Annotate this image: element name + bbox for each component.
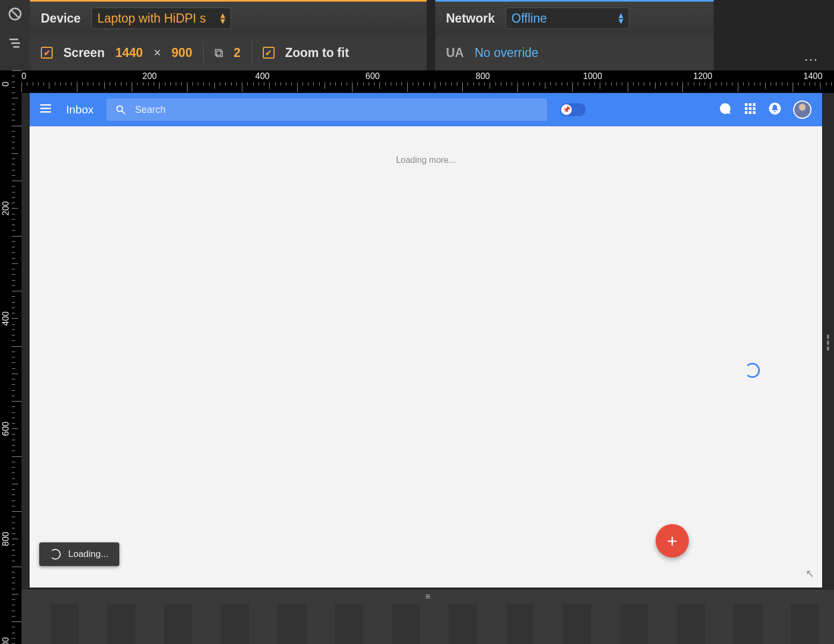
search-bar[interactable]	[106, 98, 547, 121]
spinner-icon	[50, 549, 61, 560]
ruler-num: 1400	[803, 71, 823, 81]
svg-line-9	[122, 111, 125, 114]
search-input[interactable]	[135, 104, 538, 116]
network-label: Network	[446, 11, 495, 26]
ruler-horizontal: 0 200 400 600 800 1000 1200 1400	[21, 70, 834, 93]
ruler-num: 800	[476, 71, 490, 81]
ruler-num: 800	[1, 532, 11, 546]
ruler-num: 1000	[1, 637, 11, 644]
dpr-value[interactable]: 2	[234, 46, 241, 60]
ruler-num: 400	[255, 71, 270, 81]
svg-rect-5	[40, 104, 51, 106]
drawer-area	[21, 604, 834, 644]
filter-icon[interactable]	[8, 35, 23, 53]
ruler-num: 400	[1, 311, 11, 326]
svg-rect-18	[753, 111, 756, 114]
toast-text: Loading...	[68, 549, 109, 560]
pin-icon: 📌	[563, 106, 571, 113]
inbox-header: Inbox 📌	[30, 93, 822, 126]
network-select[interactable]: Offline ▴▾	[506, 8, 629, 29]
plus-icon: +	[667, 531, 678, 552]
separator	[251, 42, 252, 63]
pin-toggle[interactable]: 📌	[560, 103, 586, 116]
loading-toast: Loading...	[39, 542, 119, 566]
viewport-area: Inbox 📌 Loading more... Loading... + ↖	[21, 93, 834, 644]
svg-rect-13	[745, 108, 747, 110]
app-title: Inbox	[66, 103, 94, 116]
network-value: Offline	[512, 11, 547, 26]
screen-x: ×	[154, 46, 161, 60]
separator	[203, 42, 204, 63]
svg-rect-10	[745, 103, 747, 106]
notifications-icon[interactable]	[768, 102, 781, 117]
drawer-handle[interactable]: ≡	[21, 590, 834, 604]
svg-rect-15	[753, 108, 756, 110]
screen-label: Screen	[63, 46, 105, 60]
svg-rect-16	[745, 111, 747, 114]
ua-value[interactable]: No override	[474, 46, 538, 60]
inbox-body: Loading more... Loading... + ↖	[30, 126, 822, 588]
ruler-num: 1000	[583, 71, 602, 81]
resize-handle-icon[interactable]: ↖	[806, 567, 815, 580]
ruler-num: 200	[142, 71, 157, 81]
svg-rect-7	[40, 111, 51, 113]
select-caret-icon: ▴▾	[619, 12, 623, 24]
svg-rect-2	[10, 39, 18, 40]
search-icon	[115, 104, 126, 116]
device-label: Device	[41, 11, 81, 26]
devtools-row-1: Device Laptop with HiDPI s ▴▾ Network Of…	[30, 0, 714, 35]
zoom-checkbox[interactable]: ✔	[263, 47, 275, 59]
ruler-num: 0	[21, 71, 26, 81]
svg-rect-17	[749, 111, 752, 114]
ruler-num: 200	[1, 201, 11, 216]
screen-height[interactable]: 900	[171, 46, 192, 60]
device-select[interactable]: Laptop with HiDPI s ▴▾	[91, 8, 231, 29]
loading-more-text: Loading more...	[30, 126, 822, 165]
select-caret-icon: ▴▾	[220, 12, 225, 24]
apps-icon[interactable]	[744, 102, 757, 117]
svg-line-1	[11, 10, 19, 18]
ruler-num: 600	[1, 421, 11, 436]
screen-width[interactable]: 1440	[116, 46, 143, 60]
ruler-vertical: 0 200 400 600 800 1000	[0, 70, 21, 644]
svg-rect-4	[13, 46, 20, 48]
svg-rect-12	[753, 103, 756, 106]
svg-rect-14	[749, 108, 752, 110]
devtools-row-2: ✔ Screen 1440 × 900 ⧉ 2 ✔ Zoom to fit UA…	[30, 35, 714, 70]
compose-fab[interactable]: +	[656, 524, 689, 557]
devtools-left-strip	[0, 0, 30, 70]
ruler-num: 0	[1, 82, 11, 87]
emulated-viewport: Inbox 📌 Loading more... Loading... + ↖	[30, 93, 822, 588]
avatar[interactable]	[793, 101, 811, 119]
svg-point-8	[117, 106, 123, 111]
ruler-num: 1200	[693, 71, 713, 81]
more-menu-icon[interactable]: ⋯	[804, 52, 820, 68]
ua-label: UA	[446, 46, 464, 60]
chat-icon[interactable]	[719, 102, 732, 117]
no-entry-icon[interactable]	[8, 6, 23, 24]
right-resize-handle[interactable]: ▮▮▮	[826, 333, 834, 359]
svg-rect-6	[40, 108, 51, 110]
device-value: Laptop with HiDPI s	[97, 11, 206, 26]
ruler-num: 600	[365, 71, 380, 81]
svg-rect-3	[11, 42, 20, 44]
svg-rect-11	[749, 103, 752, 106]
zoom-label: Zoom to fit	[285, 46, 349, 60]
screen-checkbox[interactable]: ✔	[41, 47, 53, 59]
dpr-icon: ⧉	[214, 46, 223, 60]
menu-icon[interactable]	[40, 102, 53, 117]
hangouts-spinner-icon	[745, 363, 760, 378]
